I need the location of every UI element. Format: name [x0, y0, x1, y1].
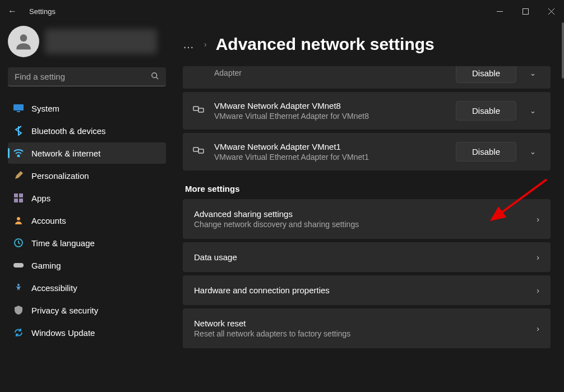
svg-rect-8 [17, 111, 20, 112]
svg-rect-12 [14, 199, 18, 202]
svg-rect-10 [14, 193, 18, 197]
setting-network-reset[interactable]: Network reset Reset all network adapters… [183, 308, 551, 348]
adapter-subtitle: Adapter [214, 68, 447, 77]
svg-rect-1 [523, 8, 528, 14]
chevron-down-icon[interactable]: ⌄ [525, 107, 540, 115]
sidebar-item-bluetooth[interactable]: Bluetooth & devices [8, 120, 166, 141]
chevron-right-icon: › [537, 215, 539, 224]
sidebar-item-label: Windows Update [31, 328, 95, 338]
sidebar-item-label: Bluetooth & devices [31, 126, 106, 136]
disable-button[interactable]: Disable [456, 142, 516, 162]
content-area: … › Advanced network settings Adapter Di… [174, 22, 564, 392]
minimize-icon [497, 11, 503, 12]
sidebar-item-accounts[interactable]: Accounts [8, 210, 166, 231]
svg-rect-19 [198, 108, 204, 112]
refresh-icon [13, 328, 24, 338]
svg-rect-11 [19, 193, 23, 197]
sidebar-item-privacy[interactable]: Privacy & security [8, 299, 166, 321]
sidebar-item-label: Accessibility [31, 283, 77, 293]
svg-line-6 [156, 77, 158, 79]
svg-rect-18 [193, 107, 198, 110]
sidebar-item-label: Privacy & security [31, 306, 98, 315]
adapter-card[interactable]: Adapter Disable ⌄ [183, 66, 551, 89]
setting-hardware-properties[interactable]: Hardware and connection properties › [183, 275, 551, 305]
more-settings-heading: More settings [185, 184, 551, 193]
clock-icon [13, 238, 24, 248]
brush-icon [13, 170, 24, 181]
sidebar-item-label: Personalization [31, 171, 89, 181]
sidebar-item-gaming[interactable]: Gaming [8, 255, 166, 276]
adapter-subtitle: VMware Virtual Ethernet Adapter for VMne… [214, 112, 447, 121]
maximize-icon [523, 8, 529, 15]
chevron-right-icon: › [537, 253, 539, 262]
page-title: Advanced network settings [216, 35, 434, 54]
setting-data-usage[interactable]: Data usage › [183, 242, 551, 272]
avatar [8, 26, 39, 57]
nav-list: System Bluetooth & devices Network & int… [8, 98, 166, 343]
ethernet-icon [193, 146, 205, 158]
minimize-button[interactable] [487, 2, 512, 20]
profile[interactable] [8, 26, 166, 57]
grid-icon [13, 193, 24, 203]
svg-point-9 [18, 155, 20, 157]
sidebar: System Bluetooth & devices Network & int… [0, 22, 174, 392]
svg-rect-7 [13, 104, 24, 110]
setting-title: Advanced sharing settings [194, 209, 528, 219]
window-title: Settings [21, 7, 487, 16]
setting-title: Data usage [194, 252, 528, 262]
back-icon[interactable]: ← [8, 6, 21, 16]
setting-subtitle: Change network discovery and sharing set… [194, 220, 528, 229]
svg-rect-13 [19, 199, 23, 202]
svg-point-5 [152, 72, 157, 77]
chevron-right-icon: › [204, 40, 207, 49]
setting-subtitle: Reset all network adapters to factory se… [194, 329, 528, 338]
adapter-card-vmnet8[interactable]: VMware Network Adapter VMnet8 VMware Vir… [183, 92, 551, 130]
setting-title: Hardware and connection properties [194, 285, 528, 295]
sidebar-item-personalization[interactable]: Personalization [8, 165, 166, 186]
sidebar-item-update[interactable]: Windows Update [8, 322, 166, 343]
ethernet-icon [193, 105, 205, 117]
chevron-right-icon: › [537, 286, 539, 295]
sidebar-item-label: System [31, 104, 59, 113]
search-input[interactable] [8, 67, 166, 86]
maximize-button[interactable] [512, 2, 538, 20]
adapter-title: VMware Network Adapter VMnet1 [214, 142, 447, 151]
shield-icon [13, 305, 24, 315]
sidebar-item-label: Time & language [31, 238, 95, 248]
svg-point-4 [20, 34, 27, 41]
sidebar-item-system[interactable]: System [8, 98, 166, 119]
chevron-down-icon[interactable]: ⌄ [525, 69, 540, 77]
chevron-right-icon: › [537, 324, 539, 333]
accessibility-icon [13, 283, 24, 293]
svg-rect-16 [13, 263, 24, 268]
monitor-icon [13, 103, 24, 113]
svg-rect-20 [193, 147, 198, 151]
person-icon [13, 215, 24, 225]
sidebar-item-network[interactable]: Network & internet [8, 142, 166, 164]
bluetooth-icon [13, 126, 24, 136]
setting-advanced-sharing[interactable]: Advanced sharing settings Change network… [183, 199, 551, 239]
close-icon [548, 8, 554, 15]
sidebar-item-time[interactable]: Time & language [8, 232, 166, 253]
adapter-subtitle: VMware Virtual Ethernet Adapter for VMne… [214, 153, 447, 162]
profile-name-redacted [45, 29, 157, 54]
disable-button[interactable]: Disable [456, 66, 516, 83]
disable-button[interactable]: Disable [456, 101, 516, 121]
svg-point-14 [17, 217, 20, 220]
adapter-card-vmnet1[interactable]: VMware Network Adapter VMnet1 VMware Vir… [183, 133, 551, 170]
search-field[interactable] [15, 72, 151, 81]
search-icon [151, 72, 159, 82]
titlebar: ← Settings [0, 0, 564, 22]
close-button[interactable] [538, 2, 564, 20]
breadcrumb-ellipsis[interactable]: … [183, 38, 195, 51]
sidebar-item-accessibility[interactable]: Accessibility [8, 277, 166, 298]
svg-rect-21 [198, 149, 204, 153]
svg-point-17 [17, 284, 20, 286]
setting-title: Network reset [194, 319, 528, 328]
scrollbar[interactable] [562, 22, 564, 79]
sidebar-item-apps[interactable]: Apps [8, 187, 166, 209]
chevron-down-icon[interactable]: ⌄ [525, 147, 540, 156]
sidebar-item-label: Accounts [31, 216, 66, 225]
sidebar-item-label: Apps [31, 193, 50, 203]
sidebar-item-label: Network & internet [31, 149, 100, 158]
